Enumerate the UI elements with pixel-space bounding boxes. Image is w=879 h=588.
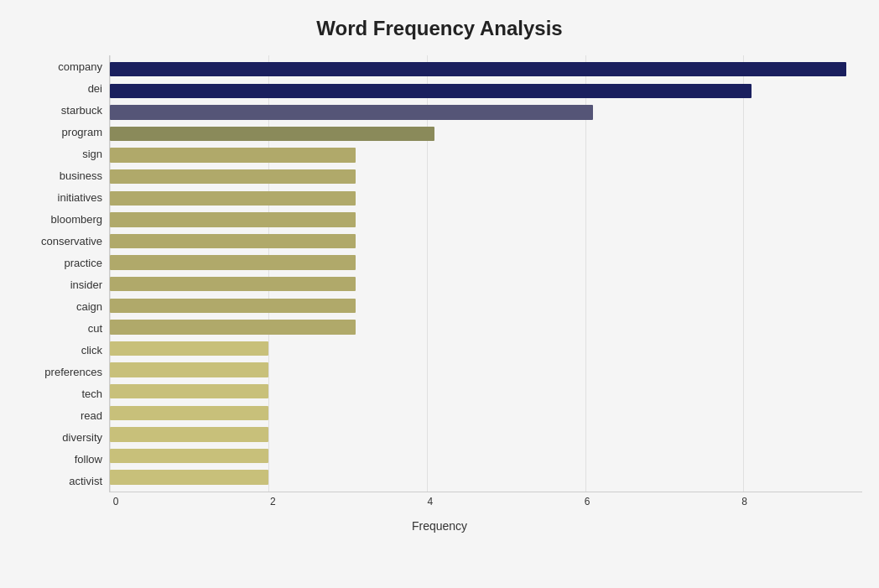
y-label: tech [81, 388, 102, 399]
bar-row [110, 101, 862, 123]
bar [110, 362, 268, 377]
x-tick-label: 4 [427, 496, 433, 507]
y-label: conservative [41, 236, 102, 247]
bar [110, 341, 268, 356]
y-label: business [60, 170, 102, 181]
x-tick-label: 2 [270, 496, 276, 507]
bar-row [110, 209, 862, 231]
bar-row [110, 359, 862, 381]
bar-row [110, 316, 862, 338]
y-label: diversity [62, 432, 102, 443]
x-axis-row: 02468 [17, 496, 862, 513]
bar [110, 84, 752, 98]
bar [110, 212, 356, 226]
x-tick-label: 0 [113, 496, 119, 507]
chart-container: Word Frequency Analysis companydeistarbu… [0, 0, 879, 588]
bar-row [110, 81, 862, 102]
bar-row [110, 188, 862, 210]
bar-row [110, 295, 862, 317]
bars-wrapper [110, 55, 862, 492]
y-label: caign [76, 301, 102, 312]
chart-title: Word Frequency Analysis [17, 17, 862, 40]
bar [110, 127, 434, 141]
bar [110, 427, 268, 441]
y-label: initiatives [58, 192, 102, 203]
bar [110, 62, 846, 76]
bar-row [110, 59, 862, 81]
y-label: follow [75, 454, 102, 465]
bar [110, 384, 268, 398]
bar-row [110, 403, 862, 424]
y-label: dei [88, 83, 102, 94]
y-label: click [81, 345, 102, 356]
bar-row [110, 445, 862, 467]
bar [110, 255, 356, 269]
y-label: sign [82, 148, 102, 159]
y-label: program [62, 127, 102, 138]
x-tick-label: 6 [585, 496, 590, 507]
bar [110, 406, 268, 420]
y-label: bloomberg [51, 214, 102, 225]
bars-area [109, 55, 862, 492]
bar-row [110, 123, 862, 145]
bar [110, 191, 356, 206]
y-label: cut [88, 323, 102, 334]
bar-row [110, 231, 862, 252]
y-label: starbuck [61, 105, 102, 116]
bar-row [110, 273, 862, 295]
bar-row [110, 144, 862, 166]
bar [110, 105, 593, 119]
y-label: insider [70, 279, 102, 290]
bar [110, 148, 356, 162]
y-label: preferences [44, 367, 102, 377]
bar-row [110, 252, 862, 273]
bars-and-grid [109, 55, 862, 492]
bar [110, 299, 356, 313]
x-tick-label: 8 [741, 496, 747, 507]
bar [110, 234, 356, 248]
bar [110, 277, 356, 291]
bar [110, 470, 268, 484]
bar [110, 169, 356, 184]
y-axis-labels: companydeistarbuckprogramsignbusinessini… [17, 55, 109, 492]
bar-row [110, 381, 862, 403]
y-label: activist [69, 476, 102, 487]
bar [110, 320, 356, 334]
bar-row [110, 466, 862, 488]
bar [110, 449, 268, 463]
x-axis-title: Frequency [17, 519, 862, 533]
bar-row [110, 424, 862, 445]
bar-row [110, 338, 862, 360]
bar-row [110, 166, 862, 188]
y-label: company [58, 61, 102, 72]
y-label: practice [64, 258, 102, 268]
y-label: read [81, 410, 102, 421]
